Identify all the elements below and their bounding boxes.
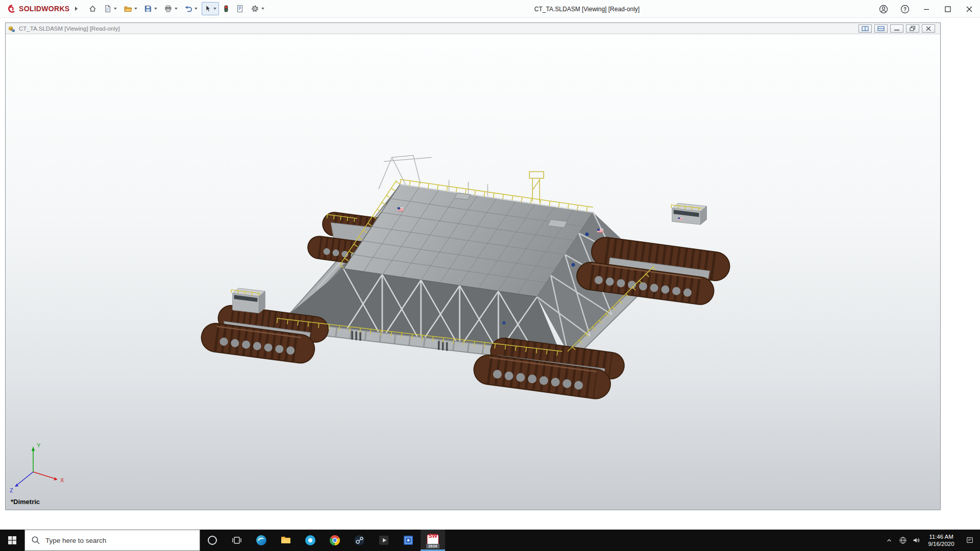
assembly-document-icon [8, 24, 16, 33]
document-title: CT_TA.SLDASM [Viewing] [Read-only] [19, 26, 120, 32]
svg-text:?: ? [903, 6, 906, 12]
save-button[interactable] [141, 2, 160, 15]
doc-restore-button[interactable] [906, 24, 919, 33]
app-titlebar: SOLIDWORKS [0, 0, 980, 18]
document-window-controls [859, 24, 938, 33]
crawler-transporter-model [6, 34, 940, 510]
axis-y-label: Y [37, 442, 41, 448]
solidworks-app-label: SW [426, 533, 439, 539]
home-icon [88, 5, 97, 13]
taskbar-search[interactable] [24, 530, 200, 551]
photos-icon [402, 534, 414, 546]
document-titlebar: CT_TA.SLDASM [Viewing] [Read-only] [6, 23, 940, 34]
window-title: CT_TA.SLDASM [Viewing] [Read-only] [534, 0, 640, 18]
edge-icon [255, 534, 267, 546]
close-icon [924, 26, 933, 32]
help-button[interactable]: ? [894, 0, 916, 18]
start-button[interactable] [0, 530, 24, 551]
taskbar-item-solidworks[interactable]: SW 2020 [421, 530, 445, 551]
account-button[interactable] [873, 0, 894, 18]
window-controls: ? [873, 0, 980, 18]
tile-vertical-button[interactable] [859, 24, 872, 33]
clock-time: 11:46 AM [929, 533, 953, 540]
operator-cab-rear [671, 203, 707, 224]
close-button[interactable] [959, 0, 980, 18]
axis-z-label: Z [10, 487, 13, 493]
operator-cab-front [231, 288, 265, 313]
clock[interactable]: 11:46 AM 9/16/2020 [923, 530, 960, 551]
task-view-icon [231, 534, 243, 546]
taskbar-item-media-player[interactable] [372, 530, 396, 551]
chrome-icon [329, 534, 341, 546]
search-icon [31, 536, 40, 545]
tile-horizontal-button[interactable] [874, 24, 888, 33]
doc-minimize-button[interactable] [890, 24, 903, 33]
taskbar-item-steam[interactable] [347, 530, 372, 551]
minimize-icon [893, 26, 901, 32]
save-icon [144, 5, 152, 13]
print-button[interactable] [161, 2, 180, 15]
restore-icon [909, 26, 917, 32]
action-center-button[interactable] [960, 530, 980, 551]
flag-decal [597, 229, 603, 232]
file-explorer-icon [280, 534, 292, 546]
new-document-icon [104, 5, 112, 13]
undo-icon [184, 5, 192, 13]
clock-date: 9/16/2020 [928, 540, 954, 547]
flag-decal [678, 217, 683, 220]
account-icon [879, 5, 888, 14]
help-icon: ? [900, 5, 910, 14]
screen: SOLIDWORKS [0, 0, 980, 551]
rebuild-stoplight-icon [223, 5, 229, 13]
dropdown-arrow-icon[interactable] [154, 8, 157, 10]
dropdown-arrow-icon[interactable] [213, 8, 216, 10]
undo-button[interactable] [182, 2, 200, 15]
taskbar-item-photos[interactable] [396, 530, 421, 551]
options-button[interactable] [248, 2, 267, 15]
action-center-icon [965, 536, 974, 545]
minimize-icon [923, 6, 929, 12]
cortana-button[interactable] [200, 530, 225, 551]
select-tool-button[interactable] [202, 2, 219, 15]
doc-close-button[interactable] [922, 24, 935, 33]
orientation-triad: Y X Z [9, 440, 80, 502]
volume-button[interactable] [910, 530, 923, 551]
quick-access-toolbar [86, 2, 267, 15]
rebuild-button[interactable] [220, 2, 232, 15]
search-input[interactable] [25, 530, 200, 550]
open-button[interactable] [121, 2, 140, 15]
new-document-button[interactable] [101, 2, 119, 15]
network-button[interactable] [896, 530, 910, 551]
gear-icon [251, 5, 259, 13]
media-player-icon [378, 534, 390, 546]
dropdown-arrow-icon[interactable] [134, 8, 137, 10]
task-view-button[interactable] [225, 530, 249, 551]
taskbar-item-edge[interactable] [249, 530, 274, 551]
file-properties-button[interactable] [233, 2, 247, 15]
taskbar-item-chrome[interactable] [323, 530, 347, 551]
dropdown-arrow-icon[interactable] [114, 8, 117, 10]
dropdown-arrow-icon[interactable] [261, 8, 264, 10]
close-icon [966, 6, 972, 12]
brand-name: SOLIDWORKS [19, 5, 69, 13]
print-icon [164, 5, 173, 13]
system-tray: 11:46 AM 9/16/2020 [882, 530, 980, 551]
viewport-3d[interactable]: Y X Z *Dimetric [6, 34, 940, 510]
client-area: CT_TA.SLDASM [Viewing] [Read-only] [0, 18, 980, 530]
volume-icon [912, 536, 921, 545]
tray-expand-button[interactable] [882, 530, 896, 551]
minimize-button[interactable] [916, 0, 937, 18]
menu-expand-icon[interactable] [75, 7, 78, 11]
maximize-button[interactable] [937, 0, 959, 18]
maximize-icon [945, 6, 951, 12]
dropdown-arrow-icon[interactable] [194, 8, 198, 10]
solidworks-brand: SOLIDWORKS [0, 4, 78, 14]
open-folder-icon [124, 5, 132, 13]
home-button[interactable] [86, 2, 100, 15]
taskbar-item-file-explorer[interactable] [274, 530, 298, 551]
dropdown-arrow-icon[interactable] [175, 8, 178, 10]
flag-decal [398, 207, 404, 211]
view-orientation-label: *Dimetric [11, 498, 40, 506]
taskbar-item-skype[interactable] [298, 530, 323, 551]
windows-taskbar: SW 2020 11:46 AM 9 [0, 530, 980, 551]
